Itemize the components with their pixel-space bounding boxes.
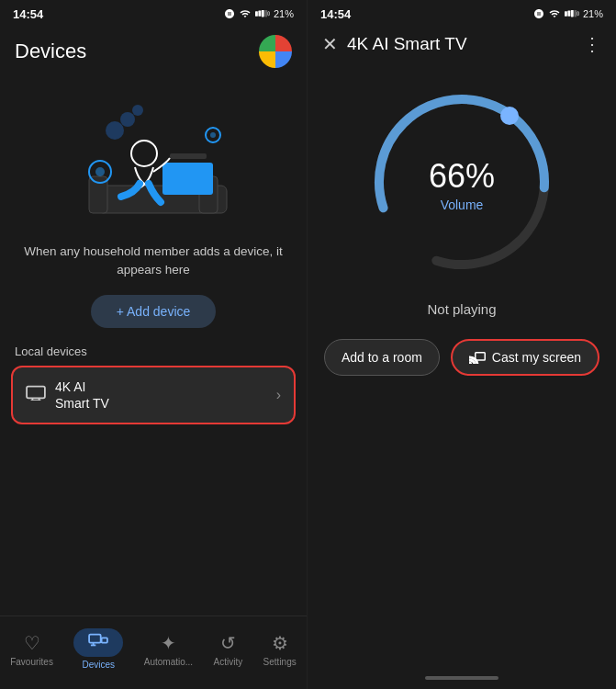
right-status-time: 14:54 [320,7,351,21]
nav-item-automations[interactable]: ✦ Automatio... [137,628,200,671]
svg-rect-29 [574,10,577,17]
right-panel: 14:54 21% ✕ 4K AI Smart TV ⋮ [308,0,616,689]
illustration-text: When any household member adds a device,… [18,243,288,280]
devices-icon [88,632,108,652]
nav-label-activity: Activity [214,657,243,667]
add-device-button[interactable]: + Add device [91,295,217,328]
avatar[interactable] [259,35,292,68]
heart-icon: ♡ [24,632,40,654]
illustration-area: When any household member adds a device,… [0,75,307,328]
left-panel: 14:54 21% Devices [0,0,308,689]
settings-icon: ⚙ [272,632,288,654]
svg-rect-0 [255,11,258,17]
nav-item-settings[interactable]: ⚙ Settings [256,628,304,671]
svg-rect-23 [102,638,107,642]
nav-label-devices: Devices [83,660,116,670]
svg-rect-8 [162,163,213,195]
activity-icon: ↺ [220,632,236,654]
right-header-left: ✕ 4K AI Smart TV [322,33,467,55]
nav-label-settings: Settings [263,657,297,667]
local-devices-label: Local devices [0,328,307,366]
right-title: 4K AI Smart TV [347,34,467,54]
devices-icon-wrap [73,628,123,657]
svg-rect-4 [268,12,270,16]
volume-text-block: 66% Volume [429,157,495,212]
add-to-room-button[interactable]: Add to a room [324,339,440,376]
svg-rect-9 [170,153,207,159]
svg-rect-34 [476,353,486,360]
svg-rect-28 [571,10,574,17]
svg-point-12 [120,112,135,127]
svg-point-10 [131,141,157,166]
nav-label-favourites: Favourites [10,657,53,667]
svg-rect-22 [89,635,101,643]
svg-point-11 [106,121,124,140]
tv-icon [26,384,46,405]
page-title: Devices [15,40,86,63]
not-playing-text: Not playing [427,301,496,317]
svg-rect-26 [565,11,567,17]
svg-rect-30 [577,12,579,16]
volume-label: Volume [429,198,495,212]
svg-point-33 [500,107,519,125]
chevron-icon: › [276,387,281,403]
left-status-time: 14:54 [13,7,43,21]
svg-rect-2 [262,10,264,17]
svg-point-17 [210,132,216,138]
svg-rect-3 [264,10,267,17]
volume-percent: 66% [429,157,495,196]
add-room-label: Add to a room [342,350,422,365]
home-bar [425,676,498,680]
volume-ring[interactable]: 66% Volume [361,81,563,283]
action-buttons: Add to a room Cast my screen [309,339,614,376]
left-status-icons: 21% [224,8,294,19]
right-header: ✕ 4K AI Smart TV ⋮ [308,26,616,62]
device-name: 4K AI Smart TV [55,378,267,412]
illustration [62,85,245,232]
volume-section: 66% Volume Not playing Add to a room Cas… [308,62,616,385]
svg-point-13 [132,105,143,116]
more-options-button[interactable]: ⋮ [583,33,601,55]
svg-point-15 [95,167,105,176]
svg-rect-1 [258,11,261,17]
cast-icon [469,351,486,364]
nav-item-favourites[interactable]: ♡ Favourites [3,628,61,671]
nav-item-devices[interactable]: Devices [66,625,130,673]
bottom-nav: ♡ Favourites Devices ✦ Automatio... [0,616,307,689]
right-status-icons: 21% [533,8,603,19]
automations-icon: ✦ [161,632,176,654]
nav-item-activity[interactable]: ↺ Activity [207,628,251,671]
cast-screen-button[interactable]: Cast my screen [451,339,599,376]
left-status-bar: 14:54 21% [0,0,307,26]
right-status-bar: 14:54 21% [308,0,616,26]
device-item-tv[interactable]: 4K AI Smart TV › [11,366,296,424]
svg-rect-18 [27,387,45,399]
nav-label-automations: Automatio... [144,657,193,667]
close-button[interactable]: ✕ [322,33,338,55]
left-header: Devices [0,26,307,75]
svg-rect-27 [567,11,570,17]
cast-screen-label: Cast my screen [492,350,581,365]
